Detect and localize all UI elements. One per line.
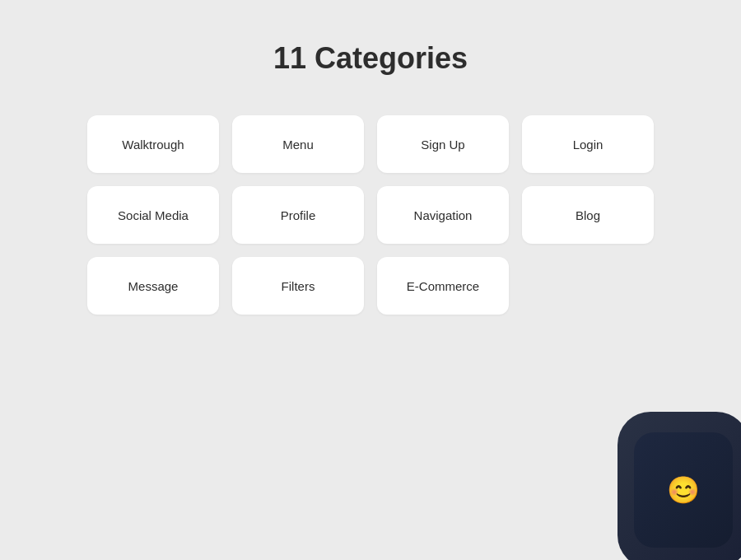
category-label-walktrough: Walktrough bbox=[122, 138, 184, 152]
category-card-message[interactable]: Message bbox=[87, 257, 219, 315]
category-card-navigation[interactable]: Navigation bbox=[377, 186, 509, 244]
category-card-blog[interactable]: Blog bbox=[522, 186, 654, 244]
category-label-profile: Profile bbox=[281, 208, 316, 222]
category-label-social-media: Social Media bbox=[118, 208, 189, 222]
category-label-sign-up: Sign Up bbox=[421, 138, 464, 152]
categories-grid: WalktroughMenuSign UpLoginSocial MediaPr… bbox=[87, 115, 654, 315]
category-card-e-commerce[interactable]: E-Commerce bbox=[377, 257, 509, 315]
device-emoji: 😊 bbox=[667, 474, 700, 506]
category-card-menu[interactable]: Menu bbox=[232, 115, 364, 173]
page-title: 11 Categories bbox=[273, 41, 468, 76]
category-card-login[interactable]: Login bbox=[522, 115, 654, 173]
device-decoration: 😊 bbox=[601, 404, 741, 560]
category-label-menu: Menu bbox=[282, 138, 314, 152]
category-label-navigation: Navigation bbox=[414, 208, 473, 222]
category-card-filters[interactable]: Filters bbox=[232, 257, 364, 315]
category-card-walktrough[interactable]: Walktrough bbox=[87, 115, 219, 173]
category-card-profile[interactable]: Profile bbox=[232, 186, 364, 244]
category-label-e-commerce: E-Commerce bbox=[407, 279, 479, 293]
category-label-message: Message bbox=[128, 279, 179, 293]
category-card-sign-up[interactable]: Sign Up bbox=[377, 115, 509, 173]
page-container: 11 Categories WalktroughMenuSign UpLogin… bbox=[0, 0, 741, 560]
category-label-blog: Blog bbox=[576, 208, 600, 222]
category-card-social-media[interactable]: Social Media bbox=[87, 186, 219, 244]
device-body: 😊 bbox=[618, 412, 741, 560]
device-screen: 😊 bbox=[634, 432, 733, 548]
category-label-filters: Filters bbox=[282, 279, 315, 293]
category-label-login: Login bbox=[573, 138, 604, 152]
